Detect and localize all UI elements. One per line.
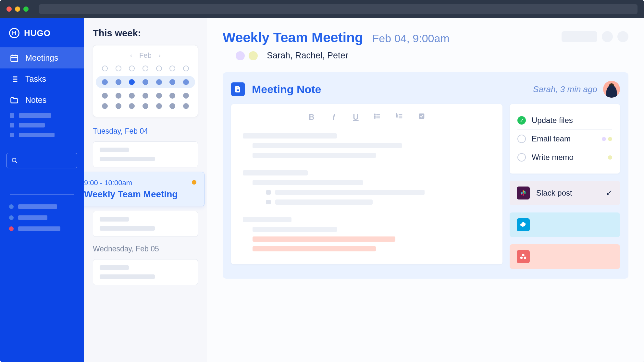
note-title: Meeting Note: [252, 83, 321, 96]
calendar-day[interactable]: [142, 93, 148, 99]
brand-name: HUGO: [24, 28, 51, 38]
calendar-day[interactable]: [169, 93, 175, 99]
calendar-day[interactable]: [142, 66, 148, 71]
note-editor[interactable]: B I U 12: [231, 104, 502, 264]
header-action-button[interactable]: [617, 31, 628, 42]
calendar-day[interactable]: [156, 79, 162, 85]
calendar-day[interactable]: [102, 93, 108, 99]
svg-rect-0: [11, 55, 18, 61]
svg-point-3: [374, 116, 375, 117]
nav-label: Tasks: [25, 74, 46, 84]
integration-asana[interactable]: [510, 244, 620, 269]
task-checkbox-done[interactable]: ✓: [517, 116, 526, 125]
sidebar-user-item[interactable]: [9, 212, 75, 223]
sidebar-item-meetings[interactable]: Meetings: [0, 47, 84, 68]
calendar-day[interactable]: [102, 103, 108, 109]
svg-point-2: [374, 114, 375, 115]
author-avatar[interactable]: [603, 81, 620, 98]
day-heading: Tuesday, Feb 04: [93, 127, 198, 136]
event-card[interactable]: [93, 141, 198, 167]
bold-button[interactable]: B: [308, 113, 316, 122]
week-panel: This week: ‹ Feb ›: [84, 18, 207, 362]
calendar-day[interactable]: [183, 79, 189, 85]
calendar-day-today[interactable]: [129, 79, 135, 85]
task-checkbox[interactable]: [517, 135, 526, 143]
meeting-note-panel: Meeting Note Sarah, 3 min ago B I U: [223, 72, 628, 279]
attendee-row: Sarah, Rachel, Peter: [223, 51, 628, 61]
calendar-day[interactable]: [142, 79, 148, 85]
task-checkbox[interactable]: [517, 153, 526, 162]
event-status-dot: [192, 180, 196, 185]
calendar-day[interactable]: [183, 66, 189, 71]
calendar-day[interactable]: [169, 103, 175, 109]
calendar-active-week: [96, 76, 195, 88]
calendar-day[interactable]: [116, 66, 121, 71]
svg-rect-8: [523, 190, 524, 193]
calendar-day[interactable]: [156, 66, 162, 71]
logo-icon: H: [9, 28, 19, 38]
calendar-day[interactable]: [129, 66, 135, 71]
event-title: Weekly Team Meeting: [84, 189, 196, 199]
sidebar-placeholder-item: [0, 120, 84, 130]
note-meta: Sarah, 3 min ago: [533, 84, 597, 94]
attendee-avatar[interactable]: [249, 51, 258, 60]
task-item[interactable]: ✓ Update files: [517, 111, 612, 130]
calendar-next-button[interactable]: ›: [159, 52, 161, 59]
calendar-prev-button[interactable]: ‹: [130, 52, 132, 59]
calendar-month-label: Feb: [139, 51, 152, 60]
calendar-day[interactable]: [102, 79, 108, 85]
address-bar[interactable]: [39, 4, 638, 14]
calendar-day[interactable]: [102, 66, 108, 71]
svg-rect-9: [524, 192, 526, 194]
task-item[interactable]: Email team: [517, 130, 612, 148]
svg-point-4: [374, 117, 375, 118]
italic-button[interactable]: I: [330, 113, 338, 122]
calendar-day[interactable]: [116, 103, 121, 109]
search-input[interactable]: [6, 153, 77, 168]
attendee-avatar[interactable]: [236, 51, 245, 60]
window-close-button[interactable]: [6, 6, 12, 12]
underline-button[interactable]: U: [352, 113, 360, 122]
calendar-day[interactable]: [116, 79, 121, 85]
integration-slack[interactable]: Slack post ✓: [510, 181, 620, 205]
calendar-day[interactable]: [169, 66, 175, 71]
calendar-day[interactable]: [183, 93, 189, 99]
event-card[interactable]: [93, 259, 198, 285]
week-heading: This week:: [93, 28, 198, 39]
attendee-avatar[interactable]: [223, 51, 232, 60]
search-icon: [11, 157, 18, 164]
window-zoom-button[interactable]: [23, 6, 29, 12]
mini-calendar[interactable]: ‹ Feb ›: [93, 45, 198, 117]
sidebar-divider: [10, 194, 74, 195]
day-heading: Wednesday, Feb 05: [93, 245, 198, 253]
calendar-day[interactable]: [156, 93, 162, 99]
editor-toolbar: B I U 12: [243, 113, 491, 122]
event-card[interactable]: [93, 211, 198, 237]
calendar-day[interactable]: [142, 103, 148, 109]
slack-icon: [517, 187, 530, 199]
page-datetime: Feb 04, 9:00am: [372, 32, 450, 45]
checklist-button[interactable]: [418, 113, 426, 122]
header-action-button[interactable]: [562, 31, 597, 42]
window-titlebar: [0, 0, 644, 18]
numbered-list-button[interactable]: 12: [396, 113, 404, 122]
bullet-list-button[interactable]: [374, 113, 382, 122]
calendar-day[interactable]: [116, 93, 121, 99]
header-action-button[interactable]: [602, 31, 613, 42]
sidebar-item-tasks[interactable]: Tasks: [0, 68, 84, 90]
window-minimize-button[interactable]: [15, 6, 20, 12]
event-card-selected[interactable]: 9:00 - 10:00am Weekly Team Meeting: [84, 172, 204, 206]
calendar-day[interactable]: [129, 93, 135, 99]
sidebar-item-notes[interactable]: Notes: [0, 90, 84, 111]
calendar-day[interactable]: [183, 103, 189, 109]
calendar-day[interactable]: [129, 103, 135, 109]
integration-salesforce[interactable]: [510, 212, 620, 237]
sidebar-user-item[interactable]: [9, 201, 75, 212]
task-item[interactable]: Write memo: [517, 148, 612, 166]
calendar-day[interactable]: [156, 103, 162, 109]
svg-point-12: [522, 254, 524, 256]
app-logo[interactable]: H HUGO: [0, 28, 84, 47]
svg-rect-11: [521, 192, 523, 194]
calendar-day[interactable]: [169, 79, 175, 85]
sidebar-user-item[interactable]: [9, 223, 75, 234]
